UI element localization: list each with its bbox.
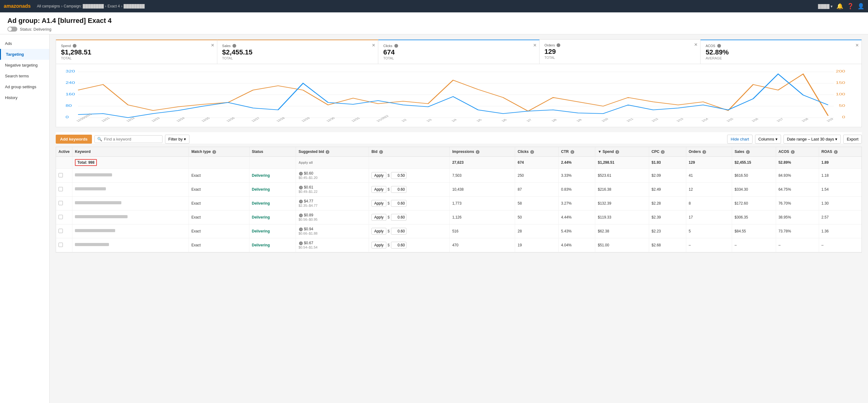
clicks-value: 674 <box>383 48 534 56</box>
total-orders: 129 <box>686 157 732 169</box>
total-roas: 1.89 <box>819 157 862 169</box>
bell-icon[interactable]: 🔔 <box>836 3 843 9</box>
metric-clicks: ✕ Clicks i 674 TOTAL <box>378 40 539 64</box>
col-status: Status <box>249 147 296 157</box>
sidebar-item-search-terms[interactable]: Search terms <box>0 70 49 82</box>
total-clicks: 674 <box>515 157 558 169</box>
breadcrumb-current: ████████ <box>124 4 145 8</box>
row-checkbox[interactable] <box>59 173 63 177</box>
metric-orders-close[interactable]: ✕ <box>694 42 698 47</box>
acos-sub: AVERAGE <box>706 56 857 60</box>
sales-info-icon[interactable]: i <box>232 44 236 48</box>
apply-button-4[interactable]: Apply <box>371 214 386 221</box>
metric-sales-close[interactable]: ✕ <box>372 43 375 48</box>
search-icon: 🔍 <box>97 137 102 142</box>
col-roas: ROAS i <box>819 147 862 157</box>
svg-text:1/10: 1/10 <box>600 118 609 122</box>
row-checkbox[interactable] <box>59 187 63 191</box>
row-checkbox[interactable] <box>59 229 63 233</box>
svg-text:1/16: 1/16 <box>751 118 760 122</box>
sidebar-item-targeting[interactable]: Targeting <box>0 49 49 60</box>
chevron-down-icon-date: ▾ <box>835 137 837 142</box>
bid-input-4[interactable] <box>391 214 406 221</box>
svg-text:1/13: 1/13 <box>676 118 684 122</box>
top-nav: amazonads All campaigns › Campaign: ████… <box>0 0 868 12</box>
svg-text:1/5: 1/5 <box>476 119 483 122</box>
metric-clicks-close[interactable]: ✕ <box>533 43 537 48</box>
metric-spend-close[interactable]: ✕ <box>211 43 215 48</box>
sidebar-item-ad-group-settings[interactable]: Ad group settings <box>0 82 49 92</box>
col-bid: Bid i <box>369 147 450 157</box>
apply-button-5[interactable]: Apply <box>371 228 386 235</box>
breadcrumb: All campaigns › Campaign: ████████ › Exa… <box>37 4 145 8</box>
metric-acos: ✕ ACOS i 52.89% AVERAGE <box>701 40 862 64</box>
breadcrumb-exact4[interactable]: Exact 4 <box>107 4 120 8</box>
bid-input-3[interactable] <box>391 200 406 207</box>
sidebar-item-history[interactable]: History <box>0 92 49 103</box>
keywords-table: Active Keyword Match type i Status Sugge… <box>56 147 862 253</box>
row-checkbox[interactable] <box>59 243 63 247</box>
status-toggle[interactable] <box>7 27 17 32</box>
svg-text:1/1/2022: 1/1/2022 <box>375 115 390 122</box>
export-button[interactable]: Export <box>843 135 862 144</box>
search-box: 🔍 <box>94 135 162 143</box>
svg-text:100: 100 <box>836 93 845 96</box>
metric-sales: ✕ Sales i $2,455.15 TOTAL <box>217 40 379 64</box>
apply-button-1[interactable]: Apply <box>371 172 386 179</box>
user-dropdown[interactable]: ████ ▾ <box>818 4 833 9</box>
apply-button-2[interactable]: Apply <box>371 186 386 193</box>
top-nav-right: ████ ▾ 🔔 ❓ 👤 <box>818 3 864 9</box>
row-checkbox[interactable] <box>59 215 63 219</box>
total-cpc: $1.93 <box>649 157 686 169</box>
col-spend[interactable]: ▼ Spend i <box>595 147 649 157</box>
hide-chart-button[interactable]: Hide chart <box>727 135 752 144</box>
add-keywords-button[interactable]: Add keywords <box>56 135 92 144</box>
bid-input-2[interactable] <box>391 186 406 193</box>
main-layout: Ads Targeting Negative targeting Search … <box>0 34 868 403</box>
total-label: Total: 998 <box>75 159 97 166</box>
status-label: Status: Delivering <box>20 27 52 32</box>
acos-info-icon[interactable]: i <box>717 44 721 48</box>
col-suggested-bid: Suggested bid i <box>296 147 369 157</box>
svg-text:1/11: 1/11 <box>626 118 634 122</box>
col-impressions: Impressions i <box>450 147 515 157</box>
bid-input-6[interactable] <box>391 242 406 249</box>
table-row: Exact Delivering i $4.77 $2.35–$4.77 App… <box>56 196 862 211</box>
col-cpc: CPC i <box>649 147 686 157</box>
row-checkbox[interactable] <box>59 201 63 205</box>
filter-by-button[interactable]: Filter by ▾ <box>165 135 189 144</box>
bid-input-5[interactable] <box>391 228 406 235</box>
sidebar-item-negative-targeting[interactable]: Negative targeting <box>0 60 49 70</box>
bid-input-1[interactable] <box>391 172 406 179</box>
logo: amazonads <box>4 3 31 9</box>
search-input[interactable] <box>104 137 160 142</box>
table-row: Exact Delivering i $0.89 $0.56–$0.95 App… <box>56 211 862 224</box>
performance-chart: 320 240 160 80 0 200 150 100 50 0 <box>61 68 857 124</box>
user-icon[interactable]: 👤 <box>858 3 864 9</box>
svg-text:1/19: 1/19 <box>826 118 834 122</box>
apply-button-6[interactable]: Apply <box>371 242 386 249</box>
question-icon[interactable]: ❓ <box>847 3 854 9</box>
col-active: Active <box>56 147 72 157</box>
breadcrumb-campaign[interactable]: Campaign: ████████ <box>64 4 104 8</box>
orders-info-icon[interactable]: i <box>557 43 560 47</box>
table-row: Exact Delivering i $0.60 $0.45–$1.20 App… <box>56 169 862 183</box>
page-title: Ad group: A1.4 [blurred] Exact 4 <box>7 17 861 25</box>
svg-text:1/12: 1/12 <box>651 118 659 122</box>
svg-text:1/2: 1/2 <box>401 119 407 122</box>
sidebar-item-ads[interactable]: Ads <box>0 38 49 49</box>
orders-sub: TOTAL <box>545 56 695 59</box>
svg-text:320: 320 <box>66 70 75 73</box>
clicks-sub: TOTAL <box>383 56 534 60</box>
col-ctr: CTR i <box>558 147 595 157</box>
metric-acos-close[interactable]: ✕ <box>855 43 859 48</box>
spend-info-icon[interactable]: i <box>73 44 76 48</box>
date-range-button[interactable]: Date range – Last 30 days ▾ <box>783 135 841 144</box>
content-area: ✕ Spend i $1,298.51 TOTAL ✕ Sales i $2,4… <box>50 34 868 403</box>
total-row: Total: 998 Apply all 27,623 674 2.44% $1… <box>56 157 862 169</box>
status-row: Status: Delivering <box>7 27 861 32</box>
breadcrumb-all-campaigns[interactable]: All campaigns <box>37 4 60 8</box>
clicks-info-icon[interactable]: i <box>394 44 398 48</box>
columns-button[interactable]: Columns ▾ <box>755 135 781 144</box>
apply-button-3[interactable]: Apply <box>371 200 386 207</box>
